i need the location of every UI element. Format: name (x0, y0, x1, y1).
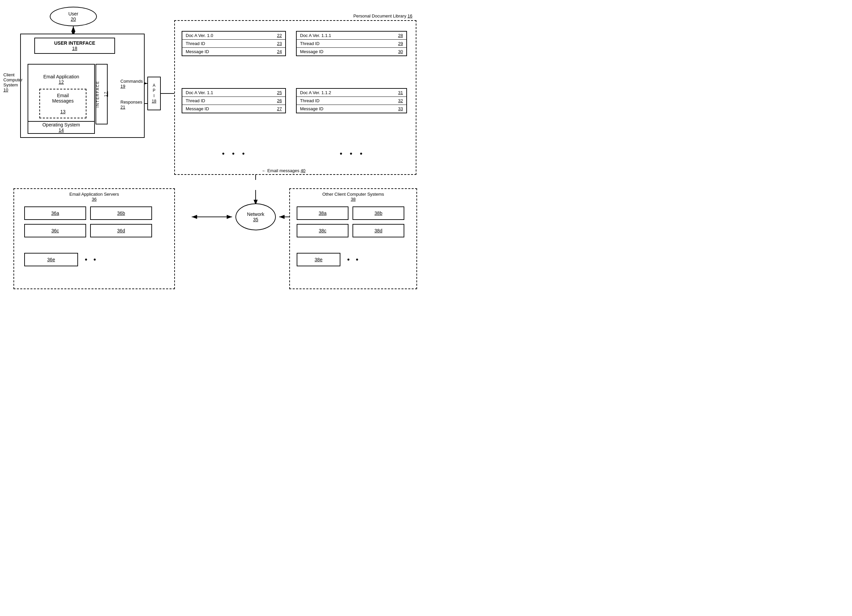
user-label: User (68, 11, 79, 17)
thread-id-26: 26 (277, 98, 282, 103)
email-application-box: Email Application 12 EmailMessages 13 (27, 64, 95, 124)
client-38e: 38e (297, 253, 340, 266)
interface-box: INTERFACE 17 (95, 64, 108, 124)
message-id-24: 24 (277, 49, 282, 54)
pdl-outer: Personal Document Library 16 Doc A Ver. … (174, 20, 416, 175)
thread-id-32-label: Thread ID (300, 98, 320, 103)
client-38a: 38a (297, 207, 349, 220)
message-id-33: 33 (398, 106, 403, 111)
email-app-label: Email Application (44, 74, 79, 79)
email-app-id: 12 (59, 79, 64, 85)
client-computer-label: ClientComputerSystem 10 (3, 72, 23, 92)
thread-id-29-label: Thread ID (300, 41, 320, 46)
doc-a-ver-11-id: 25 (277, 90, 282, 95)
client-computer-id: 10 (3, 88, 8, 92)
message-id-33-label: Message ID (300, 106, 323, 111)
doc-a-ver-10-id: 22 (277, 33, 282, 38)
operating-system-box: Operating System 14 (27, 121, 95, 134)
doc-a-ver-112-id: 31 (398, 90, 403, 95)
message-id-27-label: Message ID (186, 106, 209, 111)
doc-a-ver-112-title: Doc A Ver. 1.1.2 (300, 90, 331, 95)
interface-id: 17 (104, 91, 108, 97)
server-36b: 36b (90, 207, 152, 220)
server-36d: 36d (90, 224, 152, 237)
doc-a-ver-111-id: 28 (398, 33, 403, 38)
other-clients-outer: Other Client Computer Systems 38 38a 38b… (289, 188, 417, 289)
user-interface-label: USER INTERFACE (54, 40, 95, 46)
email-messages-40-label: ← Email messages 40 (262, 168, 305, 173)
doc-a-ver-10-title: Doc A Ver. 1.0 (186, 33, 213, 38)
user-ellipse: User 20 (50, 7, 97, 26)
server-36a: 36a (24, 207, 86, 220)
thread-id-26-label: Thread ID (186, 98, 205, 103)
operating-system-id: 14 (59, 127, 64, 133)
responses-label: Responses 21 (121, 100, 142, 110)
doc-a-ver-111-box: Doc A Ver. 1.1.1 28 Thread ID 29 Message… (296, 31, 407, 56)
doc-a-ver-111-title: Doc A Ver. 1.1.1 (300, 33, 331, 38)
client-dots: • • (347, 255, 361, 264)
dots-right: • • • (340, 149, 365, 158)
interface-label: INTERFACE (95, 81, 100, 107)
network-ellipse: Network 35 (236, 204, 276, 230)
api-id: 18 (152, 99, 156, 104)
api-box: API 18 (147, 77, 161, 110)
doc-a-ver-112-box: Doc A Ver. 1.1.2 31 Thread ID 32 Message… (296, 88, 407, 113)
email-servers-id: 36 (92, 197, 97, 202)
doc-a-ver-11-box: Doc A Ver. 1.1 25 Thread ID 26 Message I… (182, 88, 286, 113)
commands-label: Commands 19 (121, 79, 143, 89)
thread-id-23-label: Thread ID (186, 41, 205, 46)
server-36c: 36c (24, 224, 86, 237)
thread-id-23: 23 (277, 41, 282, 46)
thread-id-32: 32 (398, 98, 403, 103)
message-id-30-label: Message ID (300, 49, 323, 54)
pdl-label: Personal Document Library 16 (353, 14, 412, 18)
email-servers-label: Email Application Servers (69, 192, 119, 197)
server-dots: • • (85, 255, 98, 264)
other-clients-id: 38 (351, 197, 355, 202)
email-messages-label: EmailMessages (52, 93, 74, 104)
dots-left: • • • (222, 149, 247, 158)
server-36e: 36e (24, 253, 78, 266)
client-38d: 38d (352, 224, 404, 237)
doc-a-ver-10-box: Doc A Ver. 1.0 22 Thread ID 23 Message I… (182, 31, 286, 56)
network-id: 35 (253, 217, 258, 222)
thread-id-29: 29 (398, 41, 403, 46)
other-clients-label: Other Client Computer Systems (322, 192, 384, 197)
email-servers-outer: Email Application Servers 36 36a 36b 36c… (14, 188, 175, 289)
user-interface-id: 18 (72, 46, 77, 51)
message-id-30: 30 (398, 49, 403, 54)
message-id-27: 27 (277, 106, 282, 111)
user-id: 20 (71, 17, 76, 22)
network-label: Network (247, 211, 264, 217)
client-38c: 38c (297, 224, 349, 237)
operating-system-label: Operating System (42, 122, 80, 127)
client-38b: 38b (352, 207, 404, 220)
doc-a-ver-11-title: Doc A Ver. 1.1 (186, 90, 213, 95)
message-id-24-label: Message ID (186, 49, 209, 54)
email-messages-id: 13 (60, 109, 66, 114)
user-interface-box: USER INTERFACE 18 (34, 38, 115, 54)
